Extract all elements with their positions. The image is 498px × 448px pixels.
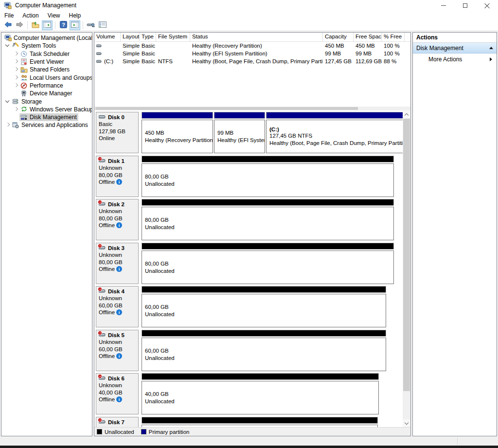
help-button[interactable]: ? <box>58 20 69 30</box>
partition-info-line: Unallocated <box>145 355 385 362</box>
volume-list-horizontal-scrollbar[interactable] <box>94 107 410 110</box>
svg-text:?: ? <box>62 22 65 28</box>
minimize-button[interactable] <box>432 0 454 11</box>
menu-file[interactable]: File <box>0 11 18 20</box>
legend-swatch <box>141 429 146 434</box>
info-icon[interactable]: i <box>116 179 122 185</box>
partition-info: 80,00 GBUnallocated <box>142 163 394 197</box>
device-manager-icon <box>20 90 28 97</box>
cell-capacity: 127,45 GB <box>323 58 354 64</box>
cell-volume <box>94 43 121 49</box>
chevron-expanded-icon[interactable] <box>4 98 11 105</box>
volume-row[interactable]: SimpleBasicHealthy (EFI System Partition… <box>94 50 410 57</box>
disk-label[interactable]: Disk 7 <box>96 417 139 427</box>
tree-item-system-tools[interactable]: System Tools <box>4 42 92 50</box>
unallocated-partition[interactable]: 80,00 GBUnallocated <box>142 199 394 240</box>
forward-button[interactable] <box>14 20 25 30</box>
disk-label[interactable]: Disk 2Unknown80,00 GBOfflinei <box>96 199 139 240</box>
disk-label[interactable]: Disk 3Unknown80,00 GBOfflinei <box>96 243 139 284</box>
partition-info: (C:)127,45 GB NTFSHealthy (Boot, Page Fi… <box>266 120 404 153</box>
up-one-level-button[interactable] <box>30 20 41 30</box>
tree-item-computer-management-local[interactable]: Computer Management (Local) <box>3 34 92 42</box>
unallocated-partition[interactable]: 80,00 GBUnallocated <box>142 156 394 197</box>
chevron-collapsed-icon[interactable] <box>13 106 19 113</box>
show-console-tree-button[interactable] <box>42 20 53 30</box>
scrollbar-thumb[interactable] <box>403 119 410 391</box>
unallocated-partition[interactable]: 60,00 GBUnallocated <box>142 286 386 327</box>
disk-label[interactable]: Disk 6Unknown40,00 GBOfflinei <box>96 373 139 414</box>
back-button[interactable] <box>2 20 13 30</box>
tree-item-shared-folders[interactable]: 23Shared Folders <box>13 66 92 73</box>
tree-item-windows-server-backup[interactable]: Windows Server Backup <box>13 106 92 113</box>
volume-row[interactable]: SimpleBasicHealthy (Recovery Partition)4… <box>94 42 410 50</box>
disk-label[interactable]: Disk 1Unknown80,00 GBOfflinei <box>96 156 139 197</box>
partition-info-line: 60,00 GB <box>145 304 385 311</box>
unallocated-partition[interactable]: 60,00 GBUnallocated <box>142 330 386 371</box>
window-bottom-edge <box>0 446 498 448</box>
cell-type: Basic <box>140 58 156 64</box>
forward-icon <box>16 21 24 30</box>
info-icon[interactable]: i <box>116 396 122 402</box>
toolbar: ? <box>0 20 498 31</box>
column-header-type[interactable]: Type <box>140 33 156 41</box>
chevron-collapsed-icon[interactable] <box>13 51 19 57</box>
disk-label[interactable]: Disk 5Unknown60,00 GBOfflinei <box>96 330 139 371</box>
column-header-capacity[interactable]: Capacity <box>323 33 354 41</box>
column-header-layout[interactable]: Layout <box>121 33 140 41</box>
info-icon[interactable]: i <box>116 353 122 359</box>
tree-item-services-and-applications[interactable]: Services and Applications <box>4 121 92 129</box>
column-header--free[interactable]: % Free <box>382 33 405 41</box>
menu-bar: FileActionViewHelp <box>0 11 498 20</box>
tree-item-device-manager[interactable]: Device Manager <box>13 90 92 97</box>
tree-item-local-users-and-groups[interactable]: Local Users and Groups <box>13 73 92 81</box>
tree-item-performance[interactable]: Performance <box>13 82 92 90</box>
offline-badge-icon <box>98 200 102 204</box>
tree-item-storage[interactable]: Storage <box>4 97 92 105</box>
disk-area-vertical-scrollbar[interactable] <box>403 110 410 427</box>
chevron-collapsed-icon[interactable] <box>13 74 19 81</box>
primary-partition[interactable]: 450 MBHealthy (Recovery Partition) <box>142 112 213 153</box>
show-action-pane-button[interactable] <box>70 20 80 30</box>
chevron-expanded-icon[interactable] <box>4 42 11 49</box>
cell-pct: 88 % <box>382 58 405 64</box>
more-actions-label: More Actions <box>428 56 490 63</box>
close-button[interactable] <box>476 0 498 11</box>
chevron-collapsed-icon[interactable] <box>4 122 11 128</box>
unallocated-partition[interactable]: 40,00 GBUnallocated <box>142 373 379 414</box>
scroll-up-button[interactable] <box>403 110 410 118</box>
tree-item-event-viewer[interactable]: Event Viewer <box>13 58 92 66</box>
scroll-down-button[interactable] <box>403 419 410 427</box>
chevron-collapsed-icon[interactable] <box>13 82 19 89</box>
menu-help[interactable]: Help <box>65 11 86 20</box>
info-icon[interactable]: i <box>116 309 122 315</box>
actions-group-header[interactable]: Disk Management <box>413 43 497 54</box>
refresh-disks-button[interactable] <box>86 20 96 30</box>
more-actions-item[interactable]: More Actions <box>413 54 497 65</box>
chevron-collapsed-icon[interactable] <box>13 66 19 73</box>
volume-row[interactable]: (C:)SimpleBasicNTFSHealthy (Boot, Page F… <box>94 57 410 65</box>
primary-partition[interactable]: 99 MBHealthy (EFI System Partition) <box>214 112 265 153</box>
column-header-status[interactable]: Status <box>190 33 323 41</box>
tree-item-disk-management[interactable]: Disk Management <box>13 113 92 121</box>
column-header-volume[interactable]: Volume <box>94 33 121 41</box>
disk-label[interactable]: Disk 4Unknown60,00 GBOfflinei <box>96 286 139 327</box>
info-icon[interactable]: i <box>116 266 122 272</box>
disk-label[interactable]: Disk 0Basic127,98 GBOnline <box>96 112 139 153</box>
info-icon[interactable]: i <box>116 222 122 228</box>
disk-row-disk-4: Disk 4Unknown60,00 GBOfflinei60,00 GBUna… <box>96 286 402 327</box>
column-header-file-system[interactable]: File System <box>156 33 190 41</box>
disk-management-icon <box>20 114 28 121</box>
column-header-free-space[interactable]: Free Space <box>354 33 382 41</box>
restore-button[interactable] <box>454 0 476 11</box>
chevron-collapsed-icon[interactable] <box>13 58 19 65</box>
menu-action[interactable]: Action <box>18 11 43 20</box>
storage-icon <box>12 98 19 105</box>
primary-partition[interactable]: (C:)127,45 GB NTFSHealthy (Boot, Page Fi… <box>266 112 404 153</box>
partition-info-line: Healthy (Recovery Partition) <box>145 137 212 144</box>
tree-item-task-scheduler[interactable]: Task Scheduler <box>13 50 92 58</box>
unallocated-partition[interactable]: 80,00 GBUnallocated <box>142 243 394 284</box>
disk-offline-icon <box>99 376 107 381</box>
properties-button[interactable] <box>97 20 108 30</box>
unallocated-partition[interactable] <box>142 417 378 427</box>
menu-view[interactable]: View <box>43 11 65 20</box>
